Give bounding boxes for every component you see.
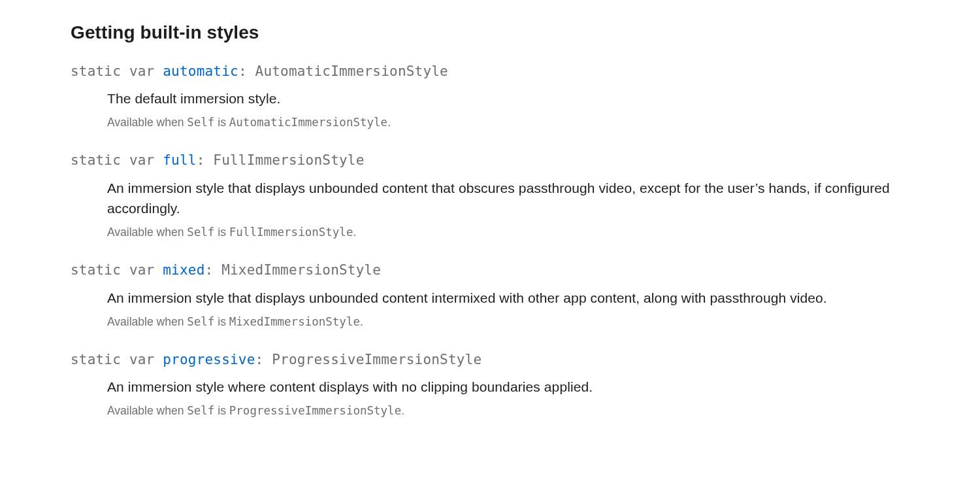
topic-item: static var full: FullImmersionStyle An i… <box>71 152 928 239</box>
decl-colon: : <box>238 63 255 79</box>
abstract-text: An immersion style where content display… <box>107 377 928 398</box>
declaration: static var full: FullImmersionStyle <box>71 152 928 169</box>
availability-text: Available when Self is AutomaticImmersio… <box>107 116 928 129</box>
decl-colon: : <box>205 262 222 278</box>
declaration: static var progressive: ProgressiveImmer… <box>71 351 928 369</box>
topic-item: static var automatic: AutomaticImmersion… <box>71 63 928 129</box>
conformance-type: MixedImmersionStyle <box>229 315 360 328</box>
decl-type: FullImmersionStyle <box>213 152 364 168</box>
decl-keywords: static var <box>71 63 163 79</box>
topic-item: static var progressive: ProgressiveImmer… <box>71 351 928 418</box>
availability-mid: is <box>214 226 229 239</box>
availability-mid: is <box>214 315 229 328</box>
availability-mid: is <box>214 404 229 417</box>
availability-prefix: Available when <box>107 315 187 328</box>
availability-text: Available when Self is FullImmersionStyl… <box>107 226 928 239</box>
topic-body: The default immersion style. Available w… <box>71 88 928 129</box>
decl-type: MixedImmersionStyle <box>221 262 381 278</box>
documentation-section: Getting built-in styles static var autom… <box>0 0 980 462</box>
declaration: static var mixed: MixedImmersionStyle <box>71 262 928 279</box>
section-heading: Getting built-in styles <box>71 22 928 43</box>
availability-mid: is <box>214 116 229 129</box>
topic-item: static var mixed: MixedImmersionStyle An… <box>71 262 928 328</box>
self-keyword: Self <box>187 116 214 129</box>
symbol-link-mixed[interactable]: mixed <box>163 262 204 278</box>
decl-keywords: static var <box>71 152 163 168</box>
conformance-type: ProgressiveImmersionStyle <box>229 404 401 417</box>
availability-suffix: . <box>387 116 391 129</box>
topic-body: An immersion style that displays unbound… <box>71 178 928 240</box>
abstract-text: An immersion style that displays unbound… <box>107 178 928 220</box>
availability-text: Available when Self is ProgressiveImmers… <box>107 404 928 418</box>
topic-body: An immersion style where content display… <box>71 377 928 418</box>
availability-suffix: . <box>360 315 363 328</box>
availability-suffix: . <box>353 226 356 239</box>
conformance-type: AutomaticImmersionStyle <box>229 116 387 129</box>
self-keyword: Self <box>187 315 214 328</box>
availability-prefix: Available when <box>107 226 187 239</box>
declaration: static var automatic: AutomaticImmersion… <box>71 63 928 80</box>
topic-body: An immersion style that displays unbound… <box>71 288 928 329</box>
symbol-link-progressive[interactable]: progressive <box>163 352 255 367</box>
availability-suffix: . <box>401 404 404 417</box>
abstract-text: The default immersion style. <box>107 88 928 109</box>
decl-keywords: static var <box>71 262 163 278</box>
decl-type: AutomaticImmersionStyle <box>255 63 448 79</box>
decl-type: ProgressiveImmersionStyle <box>272 352 482 367</box>
decl-colon: : <box>197 152 214 168</box>
symbol-link-full[interactable]: full <box>163 152 196 168</box>
decl-colon: : <box>255 352 272 367</box>
symbol-link-automatic[interactable]: automatic <box>163 63 238 79</box>
decl-keywords: static var <box>71 352 163 367</box>
availability-text: Available when Self is MixedImmersionSty… <box>107 315 928 329</box>
self-keyword: Self <box>187 226 214 239</box>
abstract-text: An immersion style that displays unbound… <box>107 288 928 309</box>
self-keyword: Self <box>187 404 214 417</box>
availability-prefix: Available when <box>107 116 187 129</box>
availability-prefix: Available when <box>107 404 187 417</box>
conformance-type: FullImmersionStyle <box>229 226 353 239</box>
